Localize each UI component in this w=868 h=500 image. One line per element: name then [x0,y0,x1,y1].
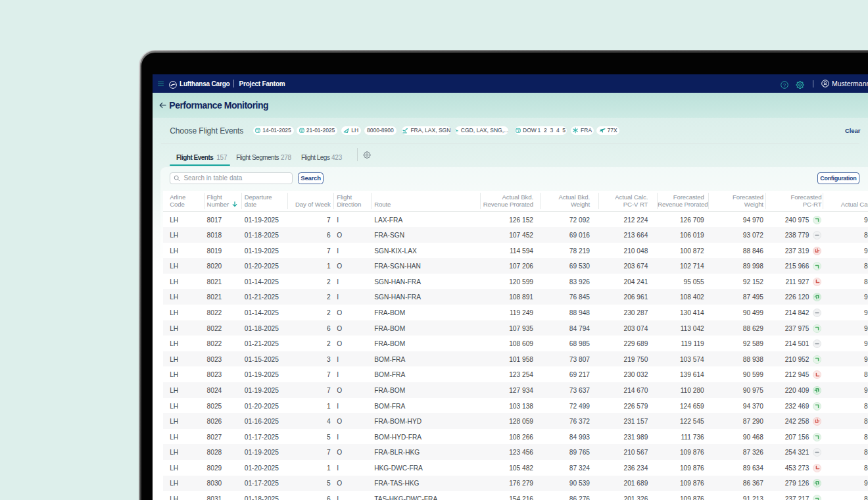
svg-text:?: ? [783,82,786,88]
